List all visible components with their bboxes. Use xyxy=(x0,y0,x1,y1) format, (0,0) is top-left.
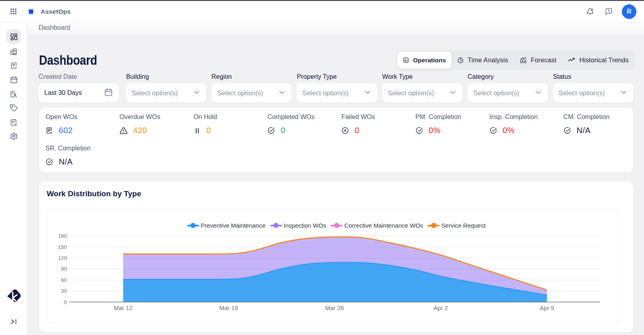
svg-text:Apr 2: Apr 2 xyxy=(433,304,448,311)
svg-text:Mar 26: Mar 26 xyxy=(325,304,344,311)
svg-text:180: 180 xyxy=(58,233,67,239)
svg-text:120: 120 xyxy=(58,255,67,261)
svg-text:Mar 19: Mar 19 xyxy=(219,304,238,311)
svg-text:0: 0 xyxy=(64,299,67,305)
svg-text:90: 90 xyxy=(61,266,67,272)
svg-text:30: 30 xyxy=(61,288,67,294)
svg-text:Mar 12: Mar 12 xyxy=(114,304,133,311)
svg-text:60: 60 xyxy=(61,277,67,283)
svg-text:150: 150 xyxy=(58,244,67,250)
svg-text:Apr 9: Apr 9 xyxy=(540,304,554,311)
